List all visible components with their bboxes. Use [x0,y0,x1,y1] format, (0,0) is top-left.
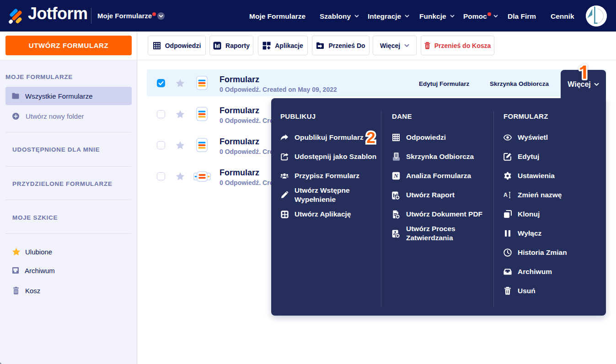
workspace-switcher[interactable]: Moje Formularze [97,12,152,20]
analytics-icon: N [392,172,400,180]
menu-item-view[interactable]: Wyświetl [504,128,601,147]
star-icon [12,248,21,256]
move-to-button[interactable]: Przenieś Do [312,36,370,55]
row-checkbox[interactable] [157,110,165,118]
navbar-divider [91,8,91,24]
pencil-icon [280,191,289,199]
nav-item-integracje[interactable]: Integracje [368,12,409,20]
menu-column-header: PUBLIKUJ [280,113,380,120]
trash-icon [504,287,511,295]
menu-item-edit[interactable]: Edytuj [504,147,601,166]
sidebar-divider [5,166,131,167]
checkmark-icon [157,79,165,87]
menu-item-disable[interactable]: Wyłącz [504,224,601,243]
form-title[interactable]: Formularz [220,106,259,116]
sidebar-header-assigned[interactable]: PRZYDZIELONE FORMULARZE [12,180,112,187]
menu-item-create-approval[interactable]: Utwórz Proces Zatwierdzania [392,224,493,243]
share-forward-icon [280,134,289,142]
sidebar-item-all-forms[interactable]: Wszystkie Formularze [5,87,132,105]
menu-item-rename[interactable]: A Zmień nazwę [504,185,601,205]
menu-column-divider [493,111,494,307]
share-template-icon [281,153,289,161]
sidebar-item-new-folder[interactable]: Utwórz nowy folder [12,112,84,120]
chevron-down-icon [404,44,409,47]
nav-item-moje-formularze[interactable]: Moje Formularze [249,12,305,20]
form-row-1[interactable]: Formularz 0 Odpowiedź. Created on May 09… [147,69,606,96]
avatar-graphic-icon [586,5,607,26]
sidebar-item-label: Ulubione [25,248,52,256]
menu-item-archive[interactable]: Archiwum [504,262,601,281]
row-checkbox[interactable] [157,141,165,149]
workspace-notification-dot [152,12,156,16]
sidebar-item-favorites[interactable]: Ulubione [12,247,52,256]
sidebar-header-drafts[interactable]: MOJE SZKICE [12,214,58,221]
menu-item-assign-form[interactable]: Przypisz Formularz [280,166,380,185]
more-toolbar-button[interactable]: Więcej [373,36,417,55]
sidebar-top-strip: UTWÓRZ FORMULARZ [0,32,137,60]
menu-item-answers[interactable]: Odpowiedzi [392,128,493,147]
move-to-trash-button[interactable]: Przenieś do Kosza [421,36,494,55]
svg-text:N: N [393,172,398,179]
gear-icon [504,172,512,180]
row-checkbox-checked[interactable] [157,79,165,87]
menu-item-clone[interactable]: Klonuj [504,205,601,224]
sidebar-item-label: Utwórz nowy folder [26,112,84,120]
nav-item-szablony[interactable]: Szablony [320,12,359,20]
nav-item-funkcje[interactable]: Funkcje [419,12,455,20]
menu-column-data: DANE Odpowiedzi Skrzynka Odbiorcza N Ana… [392,113,493,243]
nav-item-pomoc[interactable]: Pomoc [463,12,498,20]
menu-item-create-report[interactable]: Utwórz Raport [392,185,493,205]
nav-item-dla-firm[interactable]: Dla Firm [508,12,536,20]
sidebar-divider [5,132,131,132]
sidebar-divider [5,233,131,234]
star-icon[interactable] [176,172,185,181]
apps-button[interactable]: Aplikacje [258,36,308,55]
menu-item-create-prefill[interactable]: Utwórz Wstępne Wypełnienie [280,185,380,205]
form-title[interactable]: Formularz [220,75,259,84]
sidebar-item-archive[interactable]: Archiwum [12,267,55,274]
reports-button[interactable]: Raporty [209,36,253,55]
menu-item-inbox[interactable]: Skrzynka Odbiorcza [392,147,493,166]
table-icon [392,133,400,142]
jotform-wordmark[interactable]: Jotform [28,4,88,23]
trash-icon [424,42,430,49]
menu-item-create-pdf[interactable]: Utwórz Dokument PDF [392,205,493,224]
create-form-button[interactable]: UTWÓRZ FORMULARZ [5,36,132,55]
menu-item-share-as-template[interactable]: Udostępnij jako Szablon [280,147,380,166]
report-plus-icon [392,191,400,200]
form-title[interactable]: Formularz [220,137,259,147]
menu-item-revision-history[interactable]: Historia Zmian [504,243,601,262]
row-checkbox[interactable] [157,172,165,180]
inbox-link[interactable]: Skrzynka Odbiorcza [490,80,549,87]
star-icon[interactable] [176,141,185,150]
rename-icon: A [504,191,512,199]
inbox-doc-icon [393,153,400,161]
menu-item-form-analytics[interactable]: N Analiza Formularza [392,166,493,185]
sidebar-header-shared[interactable]: UDOSTĘPNIONE DLA MNIE [12,146,100,153]
menu-item-delete[interactable]: Usuń [504,281,601,301]
archive-icon [12,267,19,274]
menu-column-form: FORMULARZ Wyświetl Edytuj Ustawienia A Z… [504,113,601,301]
toolbar: Odpowiedzi Raporty Aplikacje Przenieś Do… [137,32,616,60]
card-form-icon [193,171,211,182]
edit-form-link[interactable]: Edytuj Formularz [419,80,469,87]
bar-chart-icon [213,42,221,50]
nav-item-cennik[interactable]: Cennik [551,12,574,20]
clock-icon [504,248,512,257]
document-plus-icon [392,210,400,219]
star-icon[interactable] [176,110,185,119]
menu-item-settings[interactable]: Ustawienia [504,166,601,185]
form-title[interactable]: Formularz [220,168,259,178]
user-avatar[interactable] [586,5,607,26]
svg-text:2: 2 [366,128,375,146]
sidebar-item-trash[interactable]: Kosz [13,286,40,295]
workspace-chevron-button[interactable] [157,12,165,20]
sidebar-item-label: Kosz [25,287,40,295]
chevron-down-icon [405,15,409,18]
help-notification-dot [487,12,491,16]
menu-item-create-app[interactable]: Utwórz Aplikację [280,205,380,224]
annotation-step-1: 1 [569,62,596,83]
jotform-logo-icon[interactable] [8,8,24,25]
star-icon[interactable] [176,79,185,88]
answers-button[interactable]: Odpowiedzi [148,36,206,55]
